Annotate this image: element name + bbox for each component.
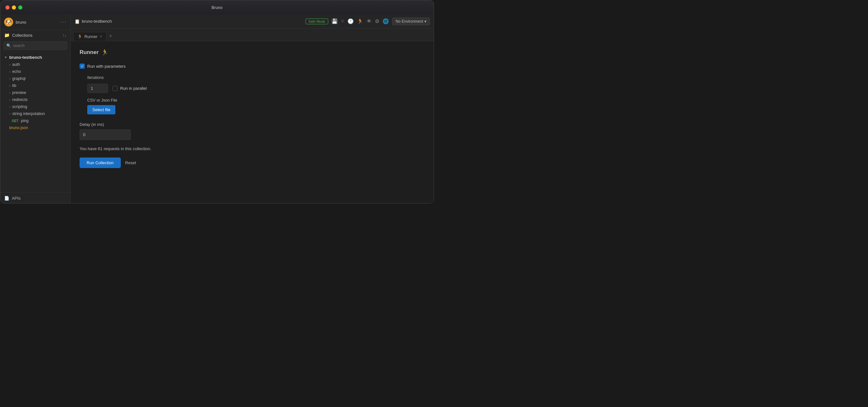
run-in-parallel-checkbox[interactable] xyxy=(113,86,118,91)
search-input[interactable] xyxy=(13,43,64,48)
delay-input[interactable] xyxy=(80,129,131,140)
select-file-button[interactable]: Select file xyxy=(87,105,115,114)
chevron-right-icon: › xyxy=(9,112,10,116)
chevron-right-icon: › xyxy=(9,98,10,102)
minimize-button[interactable] xyxy=(12,5,16,9)
topbar-icons: Safe Mode 💾 ⑂ 🕐 🏃 👁 ⚙ 🌐 No Environment ▾ xyxy=(306,18,430,25)
root-label: bruno-testbench xyxy=(9,55,42,60)
history-icon[interactable]: 🕐 xyxy=(347,18,354,24)
tab-close-button[interactable]: ✕ xyxy=(99,34,102,39)
runner-icon[interactable]: 🏃 xyxy=(357,18,363,24)
tab-bar: 🏃 Runner ✕ + xyxy=(71,28,434,41)
save-icon[interactable]: 💾 xyxy=(332,18,338,24)
sidebar-item-auth[interactable]: › auth xyxy=(0,61,70,68)
run-collection-button[interactable]: Run Collection xyxy=(80,157,121,168)
sidebar-item-preview[interactable]: › preview xyxy=(0,89,70,96)
sidebar-header: 🐶 bruno ··· xyxy=(0,14,70,30)
sidebar-item-redirects[interactable]: › redirects xyxy=(0,96,70,103)
action-row: Run Collection Reset xyxy=(80,157,425,168)
parallel-row: Run in parallel xyxy=(113,86,147,91)
topbar: 📋 bruno-testbench Safe Mode 💾 ⑂ 🕐 🏃 👁 ⚙ … xyxy=(71,14,434,28)
delay-section: Delay (in ms) xyxy=(80,122,425,140)
workspace-menu-button[interactable]: ··· xyxy=(60,19,66,25)
delay-label: Delay (in ms) xyxy=(80,122,425,127)
tab-runner-label: Runner xyxy=(84,34,97,39)
tree-root-bruno-testbench[interactable]: ▼ bruno-testbench xyxy=(0,54,70,61)
folder-label-auth: auth xyxy=(12,62,20,67)
chevron-right-icon: › xyxy=(9,63,10,66)
apis-label: APIs xyxy=(12,196,21,200)
runner-title-text: Runner xyxy=(80,49,99,56)
folder-label-graphql: graphql xyxy=(12,76,26,81)
checkmark-icon: ✓ xyxy=(81,64,84,68)
chevron-right-icon: › xyxy=(9,77,10,81)
tab-runner-icon: 🏃 xyxy=(78,34,83,39)
folder-label-echo: echo xyxy=(12,69,21,74)
chevron-down-icon: ▼ xyxy=(4,56,7,59)
search-icon: 🔍 xyxy=(6,43,11,48)
safe-mode-badge[interactable]: Safe Mode xyxy=(306,19,328,24)
csv-label: CSV or Json File xyxy=(87,98,425,102)
window-title: Bruno xyxy=(212,5,223,10)
sidebar-item-echo[interactable]: › echo xyxy=(0,68,70,75)
sidebar-item-ping[interactable]: GET ping xyxy=(0,117,70,124)
env-selector[interactable]: No Environment ▾ xyxy=(392,18,430,25)
collection-icon: 📋 xyxy=(74,19,80,24)
settings-icon[interactable]: ⚙ xyxy=(375,18,379,24)
globe-icon[interactable]: 🌐 xyxy=(382,18,389,24)
runner-title-icon: 🏃 xyxy=(101,49,108,56)
app-body: 🐶 bruno ··· 📁 Collections ↑↓ 🔍 ▼ bruno-t… xyxy=(0,14,434,204)
collection-name-label: bruno-testbench xyxy=(82,19,112,24)
sidebar-footer: 📄 APIs xyxy=(0,192,70,204)
chevron-right-icon: › xyxy=(9,105,10,108)
folder-label-redirects: redirects xyxy=(12,97,28,102)
env-selector-label: No Environment xyxy=(396,19,423,24)
sidebar-item-lib[interactable]: › lib xyxy=(0,82,70,89)
titlebar: Bruno xyxy=(0,0,434,14)
sidebar-tree: ▼ bruno-testbench › auth › echo › graphq… xyxy=(0,53,70,192)
folder-label-lib: lib xyxy=(12,83,16,88)
collections-label: Collections xyxy=(12,33,60,38)
run-with-params-label: Run with parameters xyxy=(87,64,126,69)
folder-label-scripting: scripting xyxy=(12,104,27,109)
run-with-params-checkbox[interactable]: ✓ xyxy=(80,64,85,69)
csv-section: CSV or Json File Select file xyxy=(80,98,425,114)
reset-button[interactable]: Reset xyxy=(125,160,136,165)
traffic-lights xyxy=(5,5,22,9)
sidebar-item-bruno-json[interactable]: bruno.json xyxy=(0,124,70,131)
search-container: 🔍 xyxy=(3,41,67,50)
method-badge-get: GET xyxy=(12,119,19,123)
eye-icon[interactable]: 👁 xyxy=(367,19,372,24)
sidebar-item-string-interpolation[interactable]: › string interpolation xyxy=(0,110,70,117)
workspace-label: bruno xyxy=(16,20,58,25)
sidebar-item-scripting[interactable]: › scripting xyxy=(0,103,70,110)
logo: 🐶 xyxy=(4,18,13,27)
folder-label-preview: preview xyxy=(12,90,26,95)
chevron-down-icon: ▾ xyxy=(425,19,426,24)
json-file-label: bruno.json xyxy=(9,126,28,130)
sort-button[interactable]: ↑↓ xyxy=(62,33,66,38)
close-button[interactable] xyxy=(5,5,9,9)
run-with-params-row: ✓ Run with parameters xyxy=(80,64,425,69)
runner-title: Runner 🏃 xyxy=(80,49,425,56)
tab-add-button[interactable]: + xyxy=(107,33,115,40)
sidebar-item-graphql[interactable]: › graphql xyxy=(0,75,70,82)
apis-icon: 📄 xyxy=(4,196,9,200)
folder-label-string-interpolation: string interpolation xyxy=(12,112,45,116)
sidebar: 🐶 bruno ··· 📁 Collections ↑↓ 🔍 ▼ bruno-t… xyxy=(0,14,71,204)
requests-count: You have 61 requests in this collection. xyxy=(80,146,425,151)
chevron-right-icon: › xyxy=(9,84,10,88)
request-label-ping: ping xyxy=(21,119,29,123)
tab-runner[interactable]: 🏃 Runner ✕ xyxy=(73,32,106,41)
chevron-right-icon: › xyxy=(9,70,10,73)
collections-icon: 📁 xyxy=(4,33,9,38)
fullscreen-button[interactable] xyxy=(18,5,22,9)
run-in-parallel-label: Run in parallel xyxy=(120,86,147,91)
iterations-label: Iterations xyxy=(87,75,103,80)
chevron-right-icon: › xyxy=(9,91,10,95)
runner-panel: Runner 🏃 ✓ Run with parameters Iteration… xyxy=(71,41,434,204)
iterations-input[interactable] xyxy=(87,84,108,93)
main-content: 📋 bruno-testbench Safe Mode 💾 ⑂ 🕐 🏃 👁 ⚙ … xyxy=(71,14,434,204)
collections-header: 📁 Collections ↑↓ xyxy=(0,30,70,40)
branch-icon[interactable]: ⑂ xyxy=(341,19,344,24)
